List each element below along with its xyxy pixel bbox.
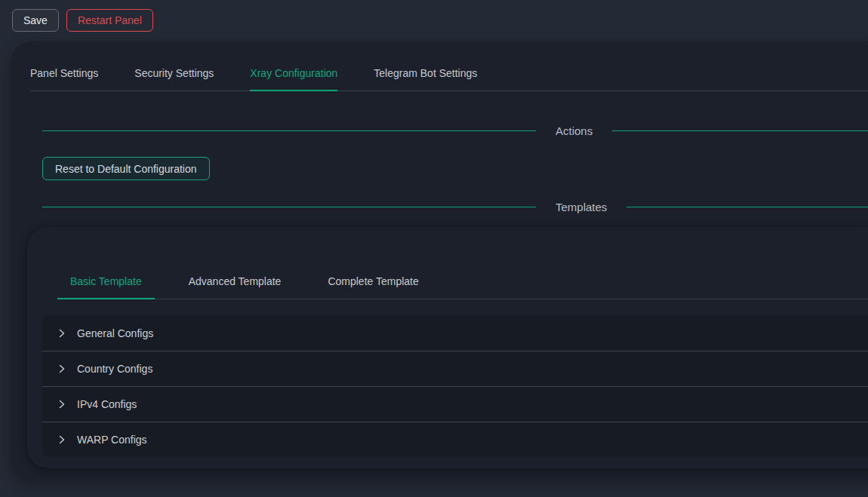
collapse-warp-configs[interactable]: WARP Configs — [42, 422, 868, 457]
chevron-right-icon — [57, 400, 66, 409]
topbar: Save Restart Panel — [0, 0, 868, 32]
restart-panel-button[interactable]: Restart Panel — [66, 9, 153, 32]
tab-basic-template[interactable]: Basic Template — [57, 266, 155, 299]
chevron-right-icon — [57, 364, 66, 373]
divider-line — [612, 130, 868, 131]
divider-line — [42, 130, 536, 131]
divider-line — [626, 207, 868, 207]
config-collapse-list: General Configs Country Configs IPv4 Con… — [42, 315, 868, 457]
templates-tabbar: Basic Template Advanced Template Complet… — [57, 266, 868, 299]
collapse-item-label: General Configs — [77, 327, 153, 339]
chevron-right-icon — [57, 435, 66, 444]
settings-card: Panel Settings Security Settings Xray Co… — [11, 41, 868, 480]
chevron-right-icon — [57, 329, 66, 338]
templates-card: Basic Template Advanced Template Complet… — [27, 227, 868, 468]
tab-complete-template[interactable]: Complete Template — [315, 266, 431, 299]
save-button[interactable]: Save — [12, 9, 59, 32]
collapse-general-configs[interactable]: General Configs — [42, 315, 868, 351]
collapse-item-label: WARP Configs — [77, 434, 147, 446]
tab-panel-settings[interactable]: Panel Settings — [30, 60, 98, 91]
actions-divider-label: Actions — [536, 124, 612, 137]
tab-advanced-template[interactable]: Advanced Template — [176, 266, 294, 299]
tab-xray-configuration[interactable]: Xray Configuration — [250, 60, 337, 91]
tab-telegram-bot-settings[interactable]: Telegram Bot Settings — [374, 60, 477, 91]
settings-tabbar: Panel Settings Security Settings Xray Co… — [30, 41, 868, 91]
reset-default-config-button[interactable]: Reset to Default Configuration — [42, 157, 210, 180]
collapse-country-configs[interactable]: Country Configs — [42, 351, 868, 386]
divider-line — [42, 207, 536, 207]
collapse-item-label: Country Configs — [77, 363, 152, 375]
collapse-item-label: IPv4 Configs — [77, 398, 137, 410]
tab-security-settings[interactable]: Security Settings — [134, 60, 214, 91]
templates-divider-label: Templates — [536, 201, 626, 213]
templates-divider: Templates — [42, 198, 868, 215]
collapse-ipv4-configs[interactable]: IPv4 Configs — [42, 386, 868, 422]
actions-divider: Actions — [42, 122, 868, 139]
